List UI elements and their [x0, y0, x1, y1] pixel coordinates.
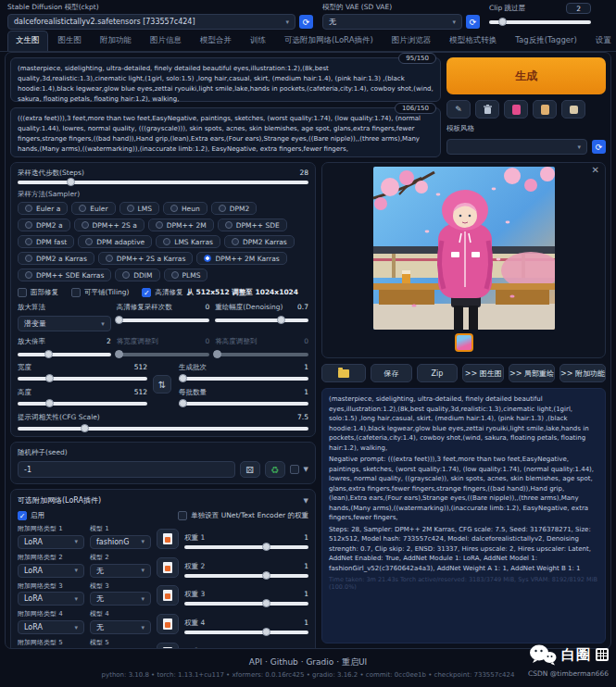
slider-knob[interactable] — [277, 316, 285, 324]
denoise-slider[interactable] — [215, 319, 308, 322]
footer-links[interactable]: API · Github · Gradio · 重启UI — [0, 656, 616, 668]
width-value[interactable]: 512 — [134, 363, 147, 372]
output-action-button[interactable]: >> 图生图 — [462, 364, 504, 382]
tab[interactable]: 训练 — [242, 31, 274, 51]
slider-knob[interactable] — [179, 374, 187, 382]
clip-skip-slider[interactable] — [489, 20, 591, 24]
cfg-value[interactable]: 7.5 — [297, 413, 308, 422]
extra-seed-checkbox[interactable] — [290, 465, 299, 474]
negative-prompt-textarea[interactable]: 106/150 (((extra feet))),3 feet,more tha… — [10, 107, 441, 157]
restore-faces-checkbox[interactable]: 面部修复 — [18, 288, 58, 297]
clip-skip-value[interactable]: 2 — [566, 3, 591, 14]
slider-knob[interactable] — [115, 316, 123, 324]
refresh-checkpoint-button[interactable]: ⟳ — [299, 15, 313, 29]
lora-enable-checkbox[interactable]: ✓ 启用 — [18, 511, 44, 520]
close-icon[interactable]: ✕ — [592, 165, 599, 175]
batch-count-value[interactable]: 1 — [304, 363, 308, 372]
slider-knob[interactable] — [262, 599, 270, 607]
tab[interactable]: Tag反推(Tagger) — [507, 31, 585, 51]
slider-knob[interactable] — [262, 543, 270, 551]
sampler-option[interactable]: Euler a — [18, 202, 68, 215]
sampler-option[interactable]: Euler — [71, 202, 115, 215]
lora-model-select[interactable]: fashionG ▾ — [90, 535, 151, 549]
tab[interactable]: 图片信息 — [142, 31, 190, 51]
sampler-option[interactable]: DPM++ 2M Karras — [196, 252, 286, 265]
hires-steps-value[interactable]: 0 — [206, 303, 210, 312]
steps-value[interactable]: 28 — [299, 169, 308, 178]
seed-input[interactable]: -1 — [18, 461, 235, 478]
sampler-option[interactable]: DPM++ SDE Karras — [18, 269, 111, 281]
lora-separate-weights-checkbox[interactable]: 单独设置 UNet/Text Encoder 的权重 — [178, 511, 308, 520]
tab[interactable]: 可选附加网络(LoRA插件) — [276, 31, 382, 51]
sampler-option[interactable]: DPM2 a — [18, 219, 70, 231]
reuse-seed-button[interactable]: ♻ — [265, 461, 285, 478]
sampler-option[interactable]: PLMS — [164, 269, 208, 281]
refresh-vae-button[interactable]: ⟳ — [466, 15, 480, 29]
lora-type-select[interactable]: LoRA ▾ — [18, 564, 84, 578]
output-action-button[interactable]: >> 附加功能 — [559, 364, 606, 382]
cfg-slider[interactable] — [18, 427, 308, 431]
vae-select[interactable]: 无 ▾ — [322, 14, 462, 30]
lora-weight-slider[interactable] — [184, 545, 308, 549]
apply-style-button[interactable] — [533, 100, 557, 119]
lora-model-info-button[interactable] — [157, 643, 179, 649]
tab[interactable]: 模型合并 — [192, 31, 240, 51]
steps-slider[interactable] — [18, 181, 308, 184]
open-folder-button[interactable] — [321, 364, 366, 382]
slider-knob[interactable] — [44, 350, 53, 358]
upscaler-select[interactable]: 潜变量 ▾ — [18, 316, 111, 331]
slider-knob[interactable] — [81, 424, 89, 432]
upscale-by-value[interactable]: 2 — [107, 337, 111, 346]
tab[interactable]: 模型格式转换 — [441, 31, 505, 51]
lora-model-select[interactable]: 无 ▾ — [90, 620, 151, 634]
sampler-option[interactable]: DPM fast — [18, 235, 74, 248]
slider-knob[interactable] — [179, 399, 187, 407]
lora-weight-value[interactable]: 1 — [304, 562, 308, 571]
extra-networks-button[interactable] — [504, 100, 528, 119]
sampler-option[interactable]: Heun — [163, 202, 207, 215]
sampler-option[interactable]: DPM2 a Karras — [18, 252, 94, 265]
sampler-option[interactable]: DPM2 — [211, 202, 258, 215]
swap-dimensions-button[interactable]: ⇅ — [153, 375, 171, 393]
sampler-option[interactable]: DPM++ 2S a — [74, 219, 145, 231]
tab[interactable]: 图生图 — [50, 31, 91, 51]
slider-knob[interactable] — [45, 374, 54, 382]
denoise-value[interactable]: 0.7 — [297, 303, 308, 312]
refresh-styles-button[interactable]: ⟳ — [592, 140, 606, 154]
lora-weight-value[interactable]: 1 — [304, 533, 308, 543]
height-slider[interactable] — [18, 402, 147, 406]
lora-type-select[interactable]: LoRA ▾ — [18, 535, 84, 549]
batch-size-value[interactable]: 1 — [304, 388, 308, 397]
checkpoint-select[interactable]: dalceforealistictallyv2.safetensors [733… — [7, 14, 295, 30]
lora-weight-value[interactable]: 1 — [304, 618, 308, 628]
sampler-option[interactable]: DPM++ 2S a Karras — [98, 252, 194, 265]
clear-prompt-button[interactable] — [475, 100, 499, 119]
lora-weight-slider[interactable] — [184, 574, 308, 578]
lora-model-select[interactable]: 无 ▾ — [90, 592, 151, 606]
width-slider[interactable] — [18, 377, 147, 381]
lora-model-info-button[interactable] — [157, 614, 179, 634]
generated-image[interactable] — [373, 167, 555, 330]
lora-model-select[interactable]: 无 ▾ — [90, 564, 151, 578]
height-value[interactable]: 512 — [134, 388, 147, 397]
output-action-button[interactable]: Zip — [417, 364, 459, 382]
tiling-checkbox[interactable]: 可平铺(Tiling) — [71, 288, 129, 297]
sampler-option[interactable]: DPM++ SDE — [218, 219, 287, 231]
slider-knob[interactable] — [498, 18, 507, 26]
lora-model-info-button[interactable] — [157, 585, 179, 606]
upscale-by-slider[interactable] — [18, 353, 111, 356]
prompt-textarea[interactable]: 95/150 (masterpiece, sidelighting, ultra… — [10, 57, 441, 102]
lora-weight-slider[interactable] — [184, 602, 308, 606]
slider-knob[interactable] — [45, 399, 54, 407]
tab[interactable]: 图片浏览器 — [383, 31, 440, 51]
lora-weight-value[interactable]: 1 — [304, 590, 308, 599]
sampler-option[interactable]: LMS — [119, 202, 159, 215]
tab[interactable]: 文生图 — [7, 31, 48, 51]
output-action-button[interactable]: 保存 — [371, 364, 412, 382]
hires-fix-checkbox[interactable]: ✓ 高清修复 从 512x512 调整至 1024x1024 — [142, 288, 298, 297]
sampler-option[interactable]: DPM2 Karras — [224, 235, 295, 248]
sampler-option[interactable]: LMS Karras — [156, 235, 220, 248]
lora-model-info-button[interactable] — [157, 557, 179, 578]
slider-knob[interactable] — [262, 571, 270, 580]
output-action-button[interactable]: >> 局部重绘 — [509, 364, 555, 382]
